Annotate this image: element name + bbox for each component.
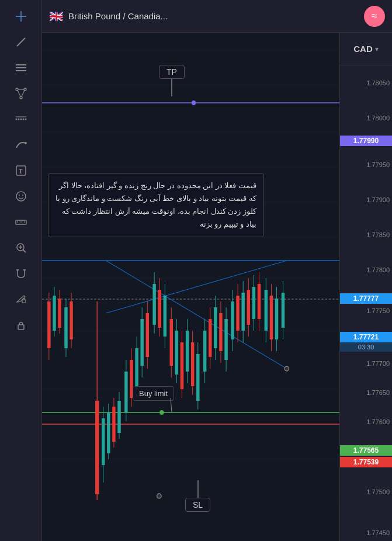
- magnet-tool[interactable]: [7, 262, 35, 285]
- svg-text:T: T: [19, 168, 23, 175]
- header-bar: 🇬🇧 British Pound / Canadia... ≈: [42, 0, 392, 33]
- tilde-icon: ≈: [372, 10, 377, 22]
- sl-label: SL: [185, 498, 210, 512]
- chart-area[interactable]: TP قیمت فعلا در این محدوده در حال رنج زن…: [42, 33, 339, 541]
- currency-selector[interactable]: CAD ▾: [340, 33, 392, 65]
- resistance-price-badge: 1.77777: [340, 293, 392, 304]
- price-label-17: 1.77450: [366, 529, 390, 536]
- svg-point-21: [16, 192, 26, 201]
- price-label-11: 1.77700: [366, 360, 390, 367]
- chart-container: 🇬🇧 British Pound / Canadia... ≈ CAD ▾ 1.…: [42, 0, 392, 541]
- price-label-13: 1.77600: [366, 418, 390, 425]
- tp-price-badge: 1.77990: [340, 136, 392, 146]
- tp-label-container: TP: [159, 65, 185, 96]
- svg-point-18: [25, 142, 27, 144]
- buy-limit-label: Buy limit: [133, 386, 174, 401]
- zoom-tool[interactable]: [7, 236, 35, 259]
- svg-point-16: [25, 119, 26, 120]
- svg-point-15: [22, 119, 24, 120]
- text-tool[interactable]: T: [7, 159, 35, 182]
- pair-name: British Pound / Canadia...: [68, 11, 359, 21]
- svg-line-10: [18, 91, 20, 97]
- ruler-tool[interactable]: [7, 210, 35, 234]
- cursor-tool[interactable]: [7, 5, 35, 28]
- svg-point-8: [20, 96, 22, 99]
- svg-rect-37: [18, 325, 24, 330]
- svg-point-136: [285, 366, 289, 371]
- current-price-time: 03:30: [340, 342, 392, 352]
- currency-chevron: ▾: [375, 45, 379, 53]
- left-toolbar: T: [0, 0, 42, 541]
- line-tool[interactable]: [7, 30, 35, 54]
- svg-rect-38: [42, 33, 339, 541]
- svg-point-22: [19, 195, 20, 196]
- price-label-1: 1.78050: [366, 79, 390, 86]
- svg-point-139: [159, 410, 164, 415]
- svg-point-13: [18, 119, 19, 120]
- price-label-6: 1.77850: [366, 231, 390, 238]
- buy-limit-price-badge: 1.77565: [340, 445, 392, 456]
- chart-svg: [42, 33, 339, 541]
- svg-rect-36: [22, 300, 26, 303]
- price-label-2: 1.78000: [366, 115, 390, 122]
- sl-label-container: SL: [185, 480, 210, 512]
- price-label-4: 1.77950: [366, 161, 390, 168]
- svg-point-23: [22, 195, 23, 196]
- currency-label: CAD: [353, 44, 373, 54]
- current-price-badge: 1.77721: [340, 332, 392, 342]
- lock-tool[interactable]: [7, 313, 35, 337]
- network-tool[interactable]: [7, 82, 35, 105]
- price-label-16: 1.77500: [366, 488, 390, 495]
- svg-line-31: [23, 250, 26, 253]
- annotation-text: قیمت فعلا در این محدوده در حال رنج زنده …: [55, 181, 256, 228]
- svg-point-137: [192, 100, 196, 105]
- price-label-7: 1.77800: [366, 266, 390, 273]
- svg-point-14: [20, 119, 22, 120]
- pencil-lock-tool[interactable]: [7, 287, 35, 311]
- svg-line-11: [22, 91, 25, 97]
- tilde-button[interactable]: ≈: [364, 6, 385, 27]
- pair-flag: 🇬🇧: [49, 9, 64, 23]
- price-label-9: 1.77750: [366, 307, 390, 314]
- svg-point-12: [15, 119, 17, 120]
- dots-line-tool[interactable]: [7, 107, 35, 131]
- sl-price-badge: 1.77539: [340, 457, 392, 467]
- svg-line-2: [17, 38, 25, 46]
- price-label-12: 1.77650: [366, 389, 390, 396]
- curve-tool[interactable]: [7, 133, 35, 157]
- horizontal-lines-tool[interactable]: [7, 56, 35, 79]
- price-scale: CAD ▾ 1.78050 1.78000 1.77990 1.77950 1.…: [339, 33, 392, 541]
- svg-point-138: [157, 494, 161, 498]
- price-label-5: 1.77900: [366, 196, 390, 203]
- annotation-box: قیمت فعلا در این محدوده در حال رنج زنده …: [48, 173, 264, 237]
- tp-label: TP: [159, 65, 185, 79]
- emoji-tool[interactable]: [7, 185, 35, 208]
